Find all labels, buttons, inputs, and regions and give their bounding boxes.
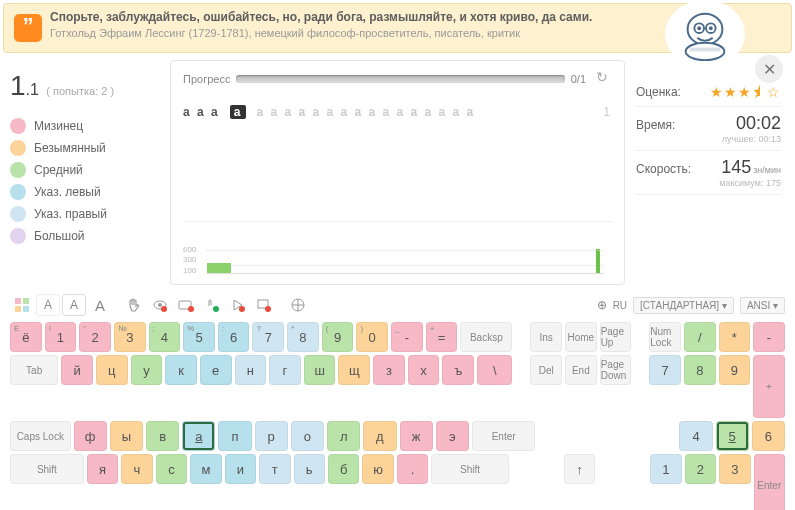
lang-code: RU — [613, 300, 627, 311]
key[interactable]: ь — [294, 454, 325, 484]
key[interactable]: 1! — [45, 322, 77, 352]
play-off-icon[interactable] — [226, 294, 250, 316]
key[interactable]: з — [373, 355, 405, 385]
key[interactable]: н — [235, 355, 267, 385]
screen-off-icon[interactable] — [252, 294, 276, 316]
key[interactable]: к — [165, 355, 197, 385]
key[interactable]: 8 — [684, 355, 716, 385]
char-a-solid-icon[interactable]: А — [62, 294, 86, 316]
key[interactable]: и — [225, 454, 256, 484]
key[interactable]: \ — [477, 355, 512, 385]
svg-point-13 — [161, 306, 167, 312]
key[interactable]: 4 — [679, 421, 712, 451]
ansi-dropdown[interactable]: ANSI ▾ — [740, 297, 785, 314]
key[interactable]: х — [408, 355, 440, 385]
key[interactable]: о — [291, 421, 324, 451]
key[interactable]: Num Lock — [649, 322, 681, 352]
key[interactable]: 1 — [650, 454, 681, 484]
key[interactable]: 9 — [719, 355, 751, 385]
eye-off-icon[interactable] — [148, 294, 172, 316]
key[interactable]: ↑ — [564, 454, 595, 484]
hand-stop-icon[interactable] — [122, 294, 146, 316]
key[interactable]: - — [753, 322, 785, 352]
key[interactable]: Ins — [530, 322, 562, 352]
key[interactable]: л — [327, 421, 360, 451]
key[interactable]: 5% — [183, 322, 215, 352]
char-a-plain-icon[interactable]: А — [88, 294, 112, 316]
key[interactable]: ф — [74, 421, 107, 451]
key[interactable]: Page Up — [600, 322, 632, 352]
key[interactable]: т — [259, 454, 290, 484]
key[interactable]: -_ — [391, 322, 423, 352]
key[interactable]: 3 — [719, 454, 750, 484]
key[interactable]: Tab — [10, 355, 58, 385]
key[interactable]: ъ — [442, 355, 474, 385]
key[interactable]: б — [328, 454, 359, 484]
key[interactable]: 7? — [252, 322, 284, 352]
key[interactable]: 6: — [218, 322, 250, 352]
key[interactable]: й — [61, 355, 93, 385]
key[interactable]: п — [218, 421, 251, 451]
key[interactable]: Enter — [754, 454, 785, 510]
key[interactable]: 2" — [79, 322, 111, 352]
key[interactable]: в — [146, 421, 179, 451]
key[interactable]: End — [565, 355, 597, 385]
key[interactable]: я — [87, 454, 118, 484]
key[interactable]: 3№ — [114, 322, 146, 352]
key[interactable]: ы — [110, 421, 143, 451]
svg-point-17 — [239, 306, 245, 312]
key[interactable]: ц — [96, 355, 128, 385]
key[interactable]: / — [684, 322, 716, 352]
key[interactable]: ш — [304, 355, 336, 385]
key[interactable]: =+ — [426, 322, 458, 352]
key[interactable]: Shift — [431, 454, 508, 484]
key[interactable]: у — [131, 355, 163, 385]
key[interactable]: Backsp — [460, 322, 512, 352]
key[interactable]: э — [436, 421, 469, 451]
key[interactable]: д — [363, 421, 396, 451]
key[interactable]: . — [397, 454, 428, 484]
key[interactable]: 8* — [287, 322, 319, 352]
keyboard-off-icon[interactable] — [174, 294, 198, 316]
key[interactable]: 4; — [149, 322, 181, 352]
key[interactable]: Caps Lock — [10, 421, 71, 451]
key[interactable]: Shift — [10, 454, 84, 484]
key[interactable]: а — [182, 421, 215, 451]
key[interactable]: ёЁ — [10, 322, 42, 352]
key[interactable]: с — [156, 454, 187, 484]
key[interactable]: г — [269, 355, 301, 385]
time-best: 00:13 — [758, 134, 781, 144]
key[interactable]: 2 — [685, 454, 716, 484]
audio-globe-icon[interactable] — [286, 294, 310, 316]
key[interactable]: ю — [362, 454, 393, 484]
key[interactable]: Del — [530, 355, 562, 385]
key[interactable]: ж — [400, 421, 433, 451]
key[interactable]: м — [190, 454, 221, 484]
key[interactable]: + — [753, 355, 785, 418]
key[interactable]: Home — [565, 322, 597, 352]
reload-button[interactable]: ↻ — [592, 69, 612, 89]
key[interactable]: е — [200, 355, 232, 385]
color-scheme-icon[interactable] — [10, 294, 34, 316]
key[interactable]: щ — [338, 355, 370, 385]
key[interactable]: * — [719, 322, 751, 352]
layout-dropdown[interactable]: [СТАНДАРТНАЯ] ▾ — [633, 297, 734, 314]
hands-add-icon[interactable] — [200, 294, 224, 316]
char-a-dotted-icon[interactable]: А — [36, 294, 60, 316]
key[interactable]: ч — [121, 454, 152, 484]
key[interactable]: 5 — [716, 421, 749, 451]
key[interactable]: 0) — [356, 322, 388, 352]
speed-max-label: максимум: — [719, 178, 763, 188]
virtual-keyboard: ёЁ1!2"3№4;5%6:7?8*9(0)-_=+BackspInsHomeP… — [10, 322, 785, 510]
key[interactable]: р — [255, 421, 288, 451]
key[interactable]: Page Down — [600, 355, 632, 385]
finger-color-dot — [10, 140, 26, 156]
key[interactable]: 9( — [322, 322, 354, 352]
finger-color-dot — [10, 206, 26, 222]
lesson-main: 1 — [10, 70, 26, 101]
key[interactable]: 7 — [649, 355, 681, 385]
key[interactable]: Enter — [472, 421, 535, 451]
stats-panel: Оценка: ★★★⯨☆ Время: 00:02 лучшее: 00:13… — [636, 78, 781, 195]
key[interactable]: 6 — [752, 421, 785, 451]
typed-text: а а а — [183, 105, 220, 119]
